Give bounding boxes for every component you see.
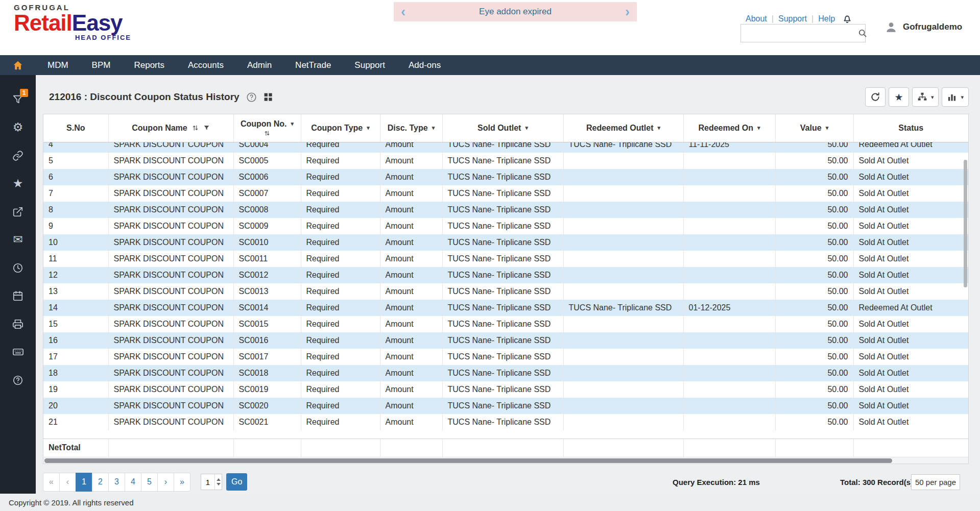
go-button[interactable]: Go bbox=[226, 473, 247, 491]
star-icon: ★ bbox=[13, 178, 23, 189]
export-button[interactable] bbox=[0, 198, 36, 226]
cell-status: Sold At Outlet bbox=[853, 414, 968, 430]
help-link[interactable]: Help bbox=[818, 14, 835, 23]
cell-value: 50.00 bbox=[775, 142, 853, 153]
banner-prev-icon[interactable]: ‹ bbox=[401, 5, 405, 19]
shortcut-button[interactable] bbox=[0, 338, 36, 366]
settings-button[interactable]: ⚙ bbox=[0, 113, 36, 141]
horizontal-scrollbar[interactable] bbox=[44, 458, 892, 463]
nav-item-bpm[interactable]: BPM bbox=[80, 55, 123, 75]
column-filter-icon[interactable] bbox=[203, 125, 210, 131]
table-row[interactable]: 14 SPARK DISCOUNT COUPON SC0014 Required… bbox=[43, 300, 968, 316]
column-header-coupon-type[interactable]: Coupon Type▾ bbox=[301, 114, 380, 142]
user-menu[interactable]: Gofrugaldemo bbox=[885, 20, 962, 34]
search-input[interactable] bbox=[741, 25, 853, 42]
about-link[interactable]: About bbox=[746, 14, 767, 23]
cell-redeemed-outlet bbox=[563, 283, 683, 300]
nav-item-accounts[interactable]: Accounts bbox=[176, 55, 235, 75]
filter-button[interactable]: 1 bbox=[0, 85, 36, 113]
spinner-down-icon[interactable] bbox=[217, 483, 221, 485]
table-row[interactable]: 20 SPARK DISCOUNT COUPON SC0020 Required… bbox=[43, 398, 968, 414]
search-icon[interactable] bbox=[853, 28, 872, 38]
favorites-button[interactable]: ★ bbox=[0, 169, 36, 198]
export-menu-button[interactable]: ▾ bbox=[912, 87, 939, 107]
cell-redeemed-on bbox=[683, 202, 775, 218]
notification-bell-icon[interactable] bbox=[842, 13, 853, 25]
page-number-input[interactable] bbox=[201, 474, 214, 490]
column-header-disc-type[interactable]: Disc. Type▾ bbox=[380, 114, 442, 142]
cell-coupon-name: SPARK DISCOUNT COUPON bbox=[108, 332, 233, 349]
cell-redeemed-outlet: TUCS Nane- Triplicane SSD bbox=[563, 142, 683, 153]
table-row[interactable]: 12 SPARK DISCOUNT COUPON SC0012 Required… bbox=[43, 267, 968, 283]
table-row[interactable]: 16 SPARK DISCOUNT COUPON SC0016 Required… bbox=[43, 332, 968, 349]
report-table: S.No Coupon Name Coupon No.▾ Coupon bbox=[43, 114, 969, 464]
link-button[interactable] bbox=[0, 141, 36, 169]
column-header-redeemed-on[interactable]: Redeemed On▾ bbox=[683, 114, 775, 142]
nav-item-mdm[interactable]: MDM bbox=[36, 55, 80, 75]
table-row[interactable]: 6 SPARK DISCOUNT COUPON SC0006 Required … bbox=[43, 169, 968, 185]
table-row[interactable]: 11 SPARK DISCOUNT COUPON SC0011 Required… bbox=[43, 251, 968, 267]
sort-icon[interactable] bbox=[192, 124, 199, 132]
report-help-icon[interactable] bbox=[246, 92, 257, 103]
nav-item-admin[interactable]: Admin bbox=[235, 55, 283, 75]
table-row[interactable]: 15 SPARK DISCOUNT COUPON SC0015 Required… bbox=[43, 316, 968, 332]
page-button-5[interactable]: 5 bbox=[141, 473, 158, 492]
cell-disc-type: Amount bbox=[380, 365, 442, 381]
nav-item-addons[interactable]: Add-ons bbox=[397, 55, 452, 75]
table-row[interactable]: 5 SPARK DISCOUNT COUPON SC0005 Required … bbox=[43, 153, 968, 169]
nav-item-support[interactable]: Support bbox=[343, 55, 397, 75]
table-row[interactable]: 10 SPARK DISCOUNT COUPON SC0010 Required… bbox=[43, 234, 968, 251]
first-page-button[interactable]: « bbox=[43, 473, 60, 492]
chart-menu-button[interactable]: ▾ bbox=[942, 87, 969, 107]
history-button[interactable] bbox=[0, 254, 36, 282]
mail-button[interactable]: ✉ bbox=[0, 226, 36, 254]
cell-coupon-no: SC0006 bbox=[233, 169, 301, 185]
column-header-redeemed-outlet[interactable]: Redeemed Outlet▾ bbox=[563, 114, 683, 142]
banner-next-icon[interactable]: › bbox=[625, 5, 630, 19]
refresh-button[interactable] bbox=[865, 87, 886, 107]
favorite-report-button[interactable]: ★ bbox=[889, 87, 909, 107]
help-button[interactable] bbox=[0, 366, 36, 394]
support-link[interactable]: Support bbox=[778, 14, 807, 23]
vertical-scrollbar[interactable] bbox=[964, 160, 967, 287]
nav-item-nettrade[interactable]: NetTrade bbox=[283, 55, 343, 75]
table-row[interactable]: 9 SPARK DISCOUNT COUPON SC0009 Required … bbox=[43, 218, 968, 234]
cell-coupon-no: SC0009 bbox=[233, 218, 301, 234]
nav-item-reports[interactable]: Reports bbox=[122, 55, 176, 75]
cell-sold-outlet: TUCS Nane- Triplicane SSD bbox=[442, 300, 563, 316]
cell-disc-type: Amount bbox=[380, 202, 442, 218]
table-row[interactable]: 4 SPARK DISCOUNT COUPON SC0004 Required … bbox=[43, 142, 968, 153]
column-header-sold-outlet[interactable]: Sold Outlet▾ bbox=[442, 114, 563, 142]
cell-redeemed-on bbox=[683, 365, 775, 381]
column-header-sno[interactable]: S.No bbox=[43, 114, 108, 142]
page-button-4[interactable]: 4 bbox=[125, 473, 141, 492]
table-row[interactable]: 8 SPARK DISCOUNT COUPON SC0008 Required … bbox=[43, 202, 968, 218]
cell-sold-outlet: TUCS Nane- Triplicane SSD bbox=[442, 381, 563, 398]
table-row[interactable]: 13 SPARK DISCOUNT COUPON SC0013 Required… bbox=[43, 283, 968, 300]
dashboard-grid-icon[interactable] bbox=[264, 92, 273, 102]
print-button[interactable] bbox=[0, 310, 36, 338]
prev-page-button[interactable]: ‹ bbox=[59, 473, 76, 492]
column-header-coupon-no[interactable]: Coupon No.▾ bbox=[233, 114, 301, 142]
last-page-button[interactable]: » bbox=[174, 473, 190, 492]
per-page-select[interactable]: 50 per page bbox=[911, 474, 960, 490]
cell-coupon-name: SPARK DISCOUNT COUPON bbox=[108, 300, 233, 316]
column-header-value[interactable]: Value▾ bbox=[775, 114, 853, 142]
page-button-1[interactable]: 1 bbox=[76, 473, 92, 492]
spinner-up-icon[interactable] bbox=[217, 478, 221, 481]
table-row[interactable]: 21 SPARK DISCOUNT COUPON SC0021 Required… bbox=[43, 414, 968, 430]
table-row[interactable]: 19 SPARK DISCOUNT COUPON SC0019 Required… bbox=[43, 381, 968, 398]
chevron-down-icon: ▾ bbox=[658, 125, 661, 131]
schedule-button[interactable] bbox=[0, 282, 36, 310]
column-header-coupon-name[interactable]: Coupon Name bbox=[108, 114, 233, 142]
table-row[interactable]: 17 SPARK DISCOUNT COUPON SC0017 Required… bbox=[43, 349, 968, 365]
sort-icon[interactable] bbox=[264, 130, 271, 137]
home-button[interactable] bbox=[0, 55, 36, 75]
next-page-button[interactable]: › bbox=[157, 473, 174, 492]
page-button-2[interactable]: 2 bbox=[92, 473, 109, 492]
table-row[interactable]: 7 SPARK DISCOUNT COUPON SC0007 Required … bbox=[43, 185, 968, 202]
page-button-3[interactable]: 3 bbox=[108, 473, 125, 492]
total-records-stat: Total: 300 Record(s) bbox=[840, 478, 913, 486]
column-header-status[interactable]: Status bbox=[853, 114, 968, 142]
table-row[interactable]: 18 SPARK DISCOUNT COUPON SC0018 Required… bbox=[43, 365, 968, 381]
